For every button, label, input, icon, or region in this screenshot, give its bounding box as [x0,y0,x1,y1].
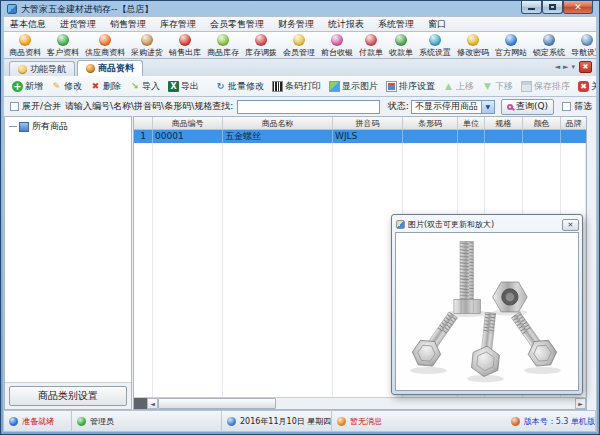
cell-name: 五金螺丝 [223,130,333,143]
action-button[interactable]: ▼ 下移 [478,78,517,95]
action-button[interactable]: 条码打印 [268,78,325,95]
maximize-icon [549,4,556,10]
toolbar-label: 采购进货 [131,47,163,58]
column-header[interactable]: 拼音码 [333,117,403,129]
popup-close-button[interactable]: ✕ [562,219,579,231]
toolbar-label: 导航设置 [571,47,597,58]
action-button[interactable]: 保存排序 [517,78,574,95]
column-header[interactable]: 商品名称 [223,117,333,129]
action-button[interactable]: ✖ 关闭 [574,78,597,95]
menu-item[interactable]: 基本信息 [10,18,46,31]
table-row[interactable]: 1 00001 五金螺丝 WJLS [134,130,586,143]
product-photo[interactable] [395,232,579,391]
menu-item[interactable]: 财务管理 [278,18,314,31]
toolbar-icon [99,34,111,46]
tab-strip: 功能导航 商品资料 ◄ ► ▾ ✖ [3,59,597,76]
query-button[interactable]: 查询(Q) [501,99,554,115]
tab-scroll-right-icon[interactable]: ► [563,63,568,71]
action-button[interactable]: 排序设置 [382,78,439,95]
folder-icon [19,122,29,132]
scrollbar-thumb[interactable] [158,398,276,409]
status-icon [337,417,346,426]
toolbar-icon [505,34,517,46]
status-segment: 暂无消息 [332,411,506,431]
column-header[interactable]: 规格 [485,117,523,129]
action-button[interactable]: ↻ 批量修改 [211,78,268,95]
toolbar-button[interactable]: 商品库存 [204,33,242,58]
expand-merge-label: 展开/合并 [22,100,61,113]
column-header[interactable]: 品牌 [561,117,586,129]
action-icon: X [168,81,179,92]
menu-item[interactable]: 库存管理 [160,18,196,31]
toolbar-button[interactable]: 官方网站 [492,33,530,58]
title-bar: 大管家五金建材进销存--【总店】 ✕ [3,1,597,16]
action-button[interactable]: + 新增 [8,78,47,95]
action-button[interactable]: ▲ 上移 [439,78,478,95]
action-icon: ↻ [215,81,226,92]
scroll-left-arrow[interactable]: ◄ [147,398,158,409]
category-settings-button[interactable]: 商品类别设置 [9,386,127,406]
nav-chart-icon [18,65,27,74]
close-button[interactable]: ✕ [563,1,593,14]
search-input[interactable] [237,100,380,114]
menu-item[interactable]: 销售管理 [110,18,146,31]
toolbar-button[interactable]: 供应商资料 [82,33,128,58]
column-header-rownum[interactable] [134,117,153,129]
status-dropdown[interactable]: 不显示停用商品 ▼ [411,100,495,114]
sift-checkbox[interactable] [562,102,571,111]
toolbar-button[interactable]: 系统设置 [416,33,454,58]
expand-merge-checkbox[interactable] [10,102,19,111]
toolbar-button[interactable]: 商品资料 [6,33,44,58]
menu-item[interactable]: 系统管理 [378,18,414,31]
toolbar-icon [581,34,593,46]
action-label: 删除 [103,80,121,93]
column-header[interactable]: 条形码 [403,117,458,129]
toolbar-button[interactable]: 库存调拨 [242,33,280,58]
toolbar-icon [57,34,69,46]
cell-barcode [403,130,458,143]
status-segment: 版本号：5.3 单机版 [506,411,596,431]
menu-item[interactable]: 进货管理 [60,18,96,31]
toolbar-label: 官方网站 [495,47,527,58]
action-button[interactable]: 显示图片 [325,78,382,95]
column-header[interactable]: 颜色 [523,117,561,129]
toolbar-label: 系统设置 [419,47,451,58]
status-dropdown-value: 不显示停用商品 [412,100,481,113]
toolbar-button[interactable]: 销售出库 [166,33,204,58]
tree-item-all-products[interactable]: 所有商品 [5,117,131,133]
toolbar-button[interactable]: 客户资料 [44,33,82,58]
action-button[interactable]: ✖ 删除 [86,78,125,95]
tab-list-icon[interactable]: ▾ [571,63,575,71]
scroll-right-arrow[interactable]: ► [575,398,586,409]
close-icon: ✕ [574,2,582,12]
toolbar-button[interactable]: 导航设置 [568,33,597,58]
status-segment: 准备就绪 [4,411,72,431]
toolbar-label: 供应商资料 [85,47,125,58]
tab-close-button[interactable]: ✖ [579,61,592,73]
toolbar-button[interactable]: 付款单 [356,33,386,58]
menu-item[interactable]: 窗口 [428,18,446,31]
action-button[interactable]: ✎ 修改 [47,78,86,95]
action-label: 关闭 [591,80,597,93]
tab-function-nav[interactable]: 功能导航 [9,61,75,76]
chevron-down-icon[interactable]: ▼ [481,101,494,113]
toolbar-button[interactable]: 收款单 [386,33,416,58]
action-label: 批量修改 [228,80,264,93]
action-button[interactable]: ↘ 导入 [125,78,164,95]
status-segment: 管理员 [72,411,222,431]
column-header[interactable]: 单位 [458,117,485,129]
toolbar-button[interactable]: 采购进货 [128,33,166,58]
scrollbar-track[interactable] [276,398,575,409]
toolbar-button[interactable]: 锁定系统 [530,33,568,58]
menu-item[interactable]: 统计报表 [328,18,364,31]
action-button[interactable]: X 导出 [164,78,203,95]
toolbar-button[interactable]: 会员管理 [280,33,318,58]
toolbar-button[interactable]: 前台收银 [318,33,356,58]
toolbar-button[interactable]: 修改密码 [454,33,492,58]
tab-product-info[interactable]: 商品资料 [77,60,143,76]
column-header[interactable]: 商品编号 [153,117,223,129]
minimize-button[interactable] [521,1,542,14]
tab-scroll-left-icon[interactable]: ◄ [555,63,560,71]
menu-item[interactable]: 会员零售管理 [210,18,264,31]
maximize-button[interactable] [542,1,563,14]
